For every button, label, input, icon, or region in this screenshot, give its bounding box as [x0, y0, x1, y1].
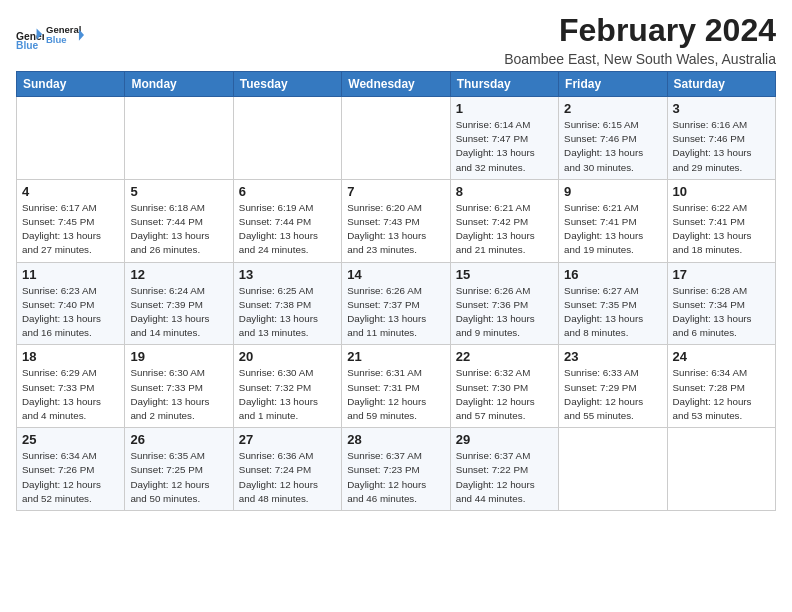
- day-number: 20: [239, 349, 336, 364]
- day-info: Sunrise: 6:25 AM Sunset: 7:38 PM Dayligh…: [239, 284, 336, 341]
- calendar-header-row: Sunday Monday Tuesday Wednesday Thursday…: [17, 72, 776, 97]
- page-title: February 2024: [504, 12, 776, 49]
- svg-marker-5: [79, 29, 84, 40]
- calendar-cell: 9Sunrise: 6:21 AM Sunset: 7:41 PM Daylig…: [559, 179, 667, 262]
- week-row-4: 18Sunrise: 6:29 AM Sunset: 7:33 PM Dayli…: [17, 345, 776, 428]
- week-row-3: 11Sunrise: 6:23 AM Sunset: 7:40 PM Dayli…: [17, 262, 776, 345]
- day-number: 6: [239, 184, 336, 199]
- day-info: Sunrise: 6:21 AM Sunset: 7:42 PM Dayligh…: [456, 201, 553, 258]
- col-thursday: Thursday: [450, 72, 558, 97]
- calendar-cell: 3Sunrise: 6:16 AM Sunset: 7:46 PM Daylig…: [667, 97, 775, 180]
- calendar-cell: 23Sunrise: 6:33 AM Sunset: 7:29 PM Dayli…: [559, 345, 667, 428]
- calendar-cell: 8Sunrise: 6:21 AM Sunset: 7:42 PM Daylig…: [450, 179, 558, 262]
- col-wednesday: Wednesday: [342, 72, 450, 97]
- day-number: 19: [130, 349, 227, 364]
- calendar-table: Sunday Monday Tuesday Wednesday Thursday…: [16, 71, 776, 511]
- calendar-cell: 26Sunrise: 6:35 AM Sunset: 7:25 PM Dayli…: [125, 428, 233, 511]
- calendar-cell: 6Sunrise: 6:19 AM Sunset: 7:44 PM Daylig…: [233, 179, 341, 262]
- calendar-cell: 18Sunrise: 6:29 AM Sunset: 7:33 PM Dayli…: [17, 345, 125, 428]
- main-container: General Blue General Blue February 2024 …: [0, 0, 792, 519]
- calendar-cell: [559, 428, 667, 511]
- day-info: Sunrise: 6:22 AM Sunset: 7:41 PM Dayligh…: [673, 201, 770, 258]
- calendar-cell: 11Sunrise: 6:23 AM Sunset: 7:40 PM Dayli…: [17, 262, 125, 345]
- calendar-cell: 5Sunrise: 6:18 AM Sunset: 7:44 PM Daylig…: [125, 179, 233, 262]
- calendar-cell: 24Sunrise: 6:34 AM Sunset: 7:28 PM Dayli…: [667, 345, 775, 428]
- day-number: 13: [239, 267, 336, 282]
- calendar-cell: 1Sunrise: 6:14 AM Sunset: 7:47 PM Daylig…: [450, 97, 558, 180]
- day-info: Sunrise: 6:37 AM Sunset: 7:22 PM Dayligh…: [456, 449, 553, 506]
- day-info: Sunrise: 6:20 AM Sunset: 7:43 PM Dayligh…: [347, 201, 444, 258]
- day-info: Sunrise: 6:32 AM Sunset: 7:30 PM Dayligh…: [456, 366, 553, 423]
- calendar-cell: 25Sunrise: 6:34 AM Sunset: 7:26 PM Dayli…: [17, 428, 125, 511]
- calendar-cell: 7Sunrise: 6:20 AM Sunset: 7:43 PM Daylig…: [342, 179, 450, 262]
- day-number: 15: [456, 267, 553, 282]
- day-number: 14: [347, 267, 444, 282]
- day-info: Sunrise: 6:23 AM Sunset: 7:40 PM Dayligh…: [22, 284, 119, 341]
- day-info: Sunrise: 6:26 AM Sunset: 7:37 PM Dayligh…: [347, 284, 444, 341]
- svg-text:General: General: [46, 24, 81, 35]
- day-info: Sunrise: 6:14 AM Sunset: 7:47 PM Dayligh…: [456, 118, 553, 175]
- col-friday: Friday: [559, 72, 667, 97]
- day-number: 9: [564, 184, 661, 199]
- calendar-cell: 28Sunrise: 6:37 AM Sunset: 7:23 PM Dayli…: [342, 428, 450, 511]
- svg-text:Blue: Blue: [46, 34, 67, 45]
- week-row-5: 25Sunrise: 6:34 AM Sunset: 7:26 PM Dayli…: [17, 428, 776, 511]
- calendar-cell: 16Sunrise: 6:27 AM Sunset: 7:35 PM Dayli…: [559, 262, 667, 345]
- day-number: 25: [22, 432, 119, 447]
- calendar-cell: 20Sunrise: 6:30 AM Sunset: 7:32 PM Dayli…: [233, 345, 341, 428]
- day-info: Sunrise: 6:28 AM Sunset: 7:34 PM Dayligh…: [673, 284, 770, 341]
- day-number: 16: [564, 267, 661, 282]
- day-number: 4: [22, 184, 119, 199]
- calendar-cell: 14Sunrise: 6:26 AM Sunset: 7:37 PM Dayli…: [342, 262, 450, 345]
- day-number: 23: [564, 349, 661, 364]
- day-info: Sunrise: 6:33 AM Sunset: 7:29 PM Dayligh…: [564, 366, 661, 423]
- day-number: 22: [456, 349, 553, 364]
- calendar-cell: 27Sunrise: 6:36 AM Sunset: 7:24 PM Dayli…: [233, 428, 341, 511]
- calendar-cell: 17Sunrise: 6:28 AM Sunset: 7:34 PM Dayli…: [667, 262, 775, 345]
- day-number: 1: [456, 101, 553, 116]
- day-info: Sunrise: 6:17 AM Sunset: 7:45 PM Dayligh…: [22, 201, 119, 258]
- day-info: Sunrise: 6:27 AM Sunset: 7:35 PM Dayligh…: [564, 284, 661, 341]
- day-number: 8: [456, 184, 553, 199]
- day-info: Sunrise: 6:30 AM Sunset: 7:33 PM Dayligh…: [130, 366, 227, 423]
- day-info: Sunrise: 6:21 AM Sunset: 7:41 PM Dayligh…: [564, 201, 661, 258]
- calendar-cell: 2Sunrise: 6:15 AM Sunset: 7:46 PM Daylig…: [559, 97, 667, 180]
- day-info: Sunrise: 6:15 AM Sunset: 7:46 PM Dayligh…: [564, 118, 661, 175]
- day-info: Sunrise: 6:30 AM Sunset: 7:32 PM Dayligh…: [239, 366, 336, 423]
- col-saturday: Saturday: [667, 72, 775, 97]
- day-number: 12: [130, 267, 227, 282]
- day-number: 24: [673, 349, 770, 364]
- day-info: Sunrise: 6:19 AM Sunset: 7:44 PM Dayligh…: [239, 201, 336, 258]
- calendar-cell: [125, 97, 233, 180]
- calendar-cell: [667, 428, 775, 511]
- day-info: Sunrise: 6:18 AM Sunset: 7:44 PM Dayligh…: [130, 201, 227, 258]
- day-number: 2: [564, 101, 661, 116]
- logo-icon: General Blue: [16, 21, 44, 49]
- title-block: February 2024 Boambee East, New South Wa…: [504, 12, 776, 67]
- general-blue-logo-svg: General Blue: [46, 16, 84, 54]
- calendar-cell: 10Sunrise: 6:22 AM Sunset: 7:41 PM Dayli…: [667, 179, 775, 262]
- day-number: 3: [673, 101, 770, 116]
- day-info: Sunrise: 6:24 AM Sunset: 7:39 PM Dayligh…: [130, 284, 227, 341]
- calendar-cell: 22Sunrise: 6:32 AM Sunset: 7:30 PM Dayli…: [450, 345, 558, 428]
- calendar-cell: [233, 97, 341, 180]
- calendar-cell: 19Sunrise: 6:30 AM Sunset: 7:33 PM Dayli…: [125, 345, 233, 428]
- week-row-2: 4Sunrise: 6:17 AM Sunset: 7:45 PM Daylig…: [17, 179, 776, 262]
- day-info: Sunrise: 6:34 AM Sunset: 7:26 PM Dayligh…: [22, 449, 119, 506]
- calendar-cell: 29Sunrise: 6:37 AM Sunset: 7:22 PM Dayli…: [450, 428, 558, 511]
- calendar-cell: 4Sunrise: 6:17 AM Sunset: 7:45 PM Daylig…: [17, 179, 125, 262]
- day-info: Sunrise: 6:31 AM Sunset: 7:31 PM Dayligh…: [347, 366, 444, 423]
- calendar-cell: 12Sunrise: 6:24 AM Sunset: 7:39 PM Dayli…: [125, 262, 233, 345]
- day-info: Sunrise: 6:35 AM Sunset: 7:25 PM Dayligh…: [130, 449, 227, 506]
- day-number: 28: [347, 432, 444, 447]
- day-info: Sunrise: 6:26 AM Sunset: 7:36 PM Dayligh…: [456, 284, 553, 341]
- calendar-cell: [342, 97, 450, 180]
- day-number: 18: [22, 349, 119, 364]
- week-row-1: 1Sunrise: 6:14 AM Sunset: 7:47 PM Daylig…: [17, 97, 776, 180]
- header: General Blue General Blue February 2024 …: [16, 12, 776, 67]
- day-number: 11: [22, 267, 119, 282]
- day-info: Sunrise: 6:16 AM Sunset: 7:46 PM Dayligh…: [673, 118, 770, 175]
- day-info: Sunrise: 6:34 AM Sunset: 7:28 PM Dayligh…: [673, 366, 770, 423]
- day-number: 17: [673, 267, 770, 282]
- day-number: 21: [347, 349, 444, 364]
